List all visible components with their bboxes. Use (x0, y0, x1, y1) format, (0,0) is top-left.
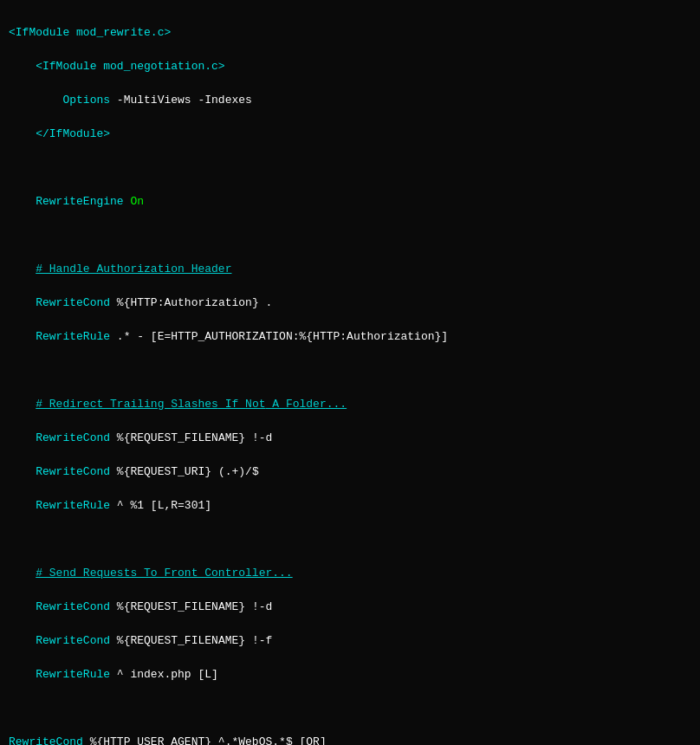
rewritecond-slash2-val: %{REQUEST_URI} (.+)/$ (117, 465, 259, 478)
rewrite-engine-on: On (130, 195, 144, 208)
line-15: RewriteRule ^ %1 [L,R=301] (9, 497, 691, 515)
line-3: Options -MultiViews -Indexes (9, 92, 691, 109)
rewritecond-slash1-val: %{REQUEST_FILENAME} !-d (117, 431, 272, 444)
line-19: RewriteCond %{REQUEST_FILENAME} !-f (9, 632, 691, 650)
rewriterule-front: RewriteRule (36, 668, 110, 681)
rewriterule-slash-val: ^ %1 [L,R=301] (117, 499, 211, 512)
line-9: RewriteCond %{HTTP:Authorization} . (9, 295, 691, 312)
not-word: Not (245, 398, 265, 411)
rewritecond-front2-val: %{REQUEST_FILENAME} !-f (117, 634, 272, 647)
rewriterule-slash: RewriteRule (36, 499, 110, 512)
rewritecond-front1: RewriteCond (36, 600, 110, 613)
comment-auth: # Handle Authorization Header (36, 262, 231, 275)
line-4: </IfModule> (9, 126, 691, 143)
ifmodule-neg-open: <IfModule mod_negotiation.c> (36, 60, 224, 73)
line-7 (9, 227, 691, 244)
line-2: <IfModule mod_negotiation.c> (9, 58, 691, 75)
options-values: -MultiViews -Indexes (117, 94, 252, 107)
rewritecond-webos: RewriteCond (9, 735, 83, 746)
line-16 (9, 531, 691, 548)
rewritecond-front1-val: %{REQUEST_FILENAME} !-d (117, 600, 272, 613)
ifmodule-neg-close: </IfModule> (36, 127, 110, 140)
line-21 (9, 700, 691, 717)
line-17: # Send Requests To Front Controller... (9, 565, 691, 582)
rewritecond-auth: RewriteCond (36, 296, 110, 309)
line-10: RewriteRule .* - [E=HTTP_AUTHORIZATION:%… (9, 328, 691, 346)
comment-front: # Send Requests To Front Controller... (36, 567, 292, 580)
rewritecond-front2: RewriteCond (36, 634, 110, 647)
line-22: RewriteCond %{HTTP_USER_AGENT} ^.*WebOS.… (9, 734, 691, 746)
line-11 (9, 362, 691, 379)
line-14: RewriteCond %{REQUEST_URI} (.+)/$ (9, 463, 691, 481)
comment-slash: # Redirect Trailing Slashes If Not A Fol… (36, 398, 347, 411)
rewritecond-webos-val: %{HTTP_USER_AGENT} ^.*WebOS.*$ [OR] (90, 735, 327, 746)
rewritecond-slash1: RewriteCond (36, 431, 110, 444)
options-directive: Options (62, 94, 110, 107)
line-8: # Handle Authorization Header (9, 261, 691, 278)
line-5 (9, 159, 691, 177)
line-12: # Redirect Trailing Slashes If Not A Fol… (9, 396, 691, 413)
rewritecond-slash2: RewriteCond (36, 465, 110, 478)
line-13: RewriteCond %{REQUEST_FILENAME} !-d (9, 430, 691, 447)
rewriterule-auth: RewriteRule (36, 330, 110, 343)
slashes-word: Slashes (171, 398, 218, 411)
code-editor: <IfModule mod_rewrite.c> <IfModule mod_n… (9, 7, 691, 745)
rewrite-engine: RewriteEngine (36, 195, 123, 208)
line-6: RewriteEngine On (9, 193, 691, 211)
rewriterule-front-val: ^ index.php [L] (117, 668, 218, 681)
rewritecond-auth-val: %{HTTP:Authorization} . (117, 296, 272, 309)
ifmodule-open: <IfModule mod_rewrite.c> (9, 26, 171, 39)
line-18: RewriteCond %{REQUEST_FILENAME} !-d (9, 599, 691, 616)
line-20: RewriteRule ^ index.php [L] (9, 666, 691, 683)
rewriterule-auth-val: .* - [E=HTTP_AUTHORIZATION:%{HTTP:Author… (117, 330, 448, 343)
line-1: <IfModule mod_rewrite.c> (9, 24, 691, 42)
